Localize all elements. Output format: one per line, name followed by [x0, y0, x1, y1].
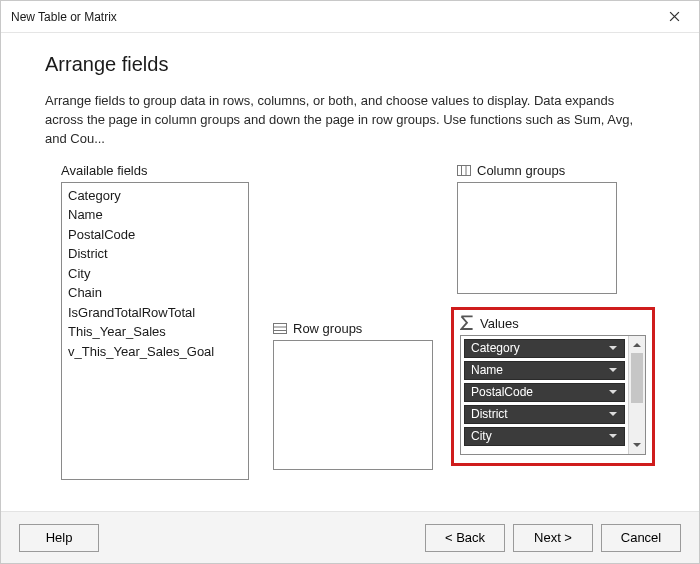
- table-columns-icon: [457, 165, 471, 176]
- footer-right-buttons: < Back Next > Cancel: [425, 524, 681, 552]
- chevron-down-icon: [609, 434, 617, 439]
- list-item[interactable]: v_This_Year_Sales_Goal: [62, 342, 248, 362]
- chevron-down-icon: [609, 412, 617, 417]
- scroll-thumb[interactable]: [631, 353, 643, 403]
- cancel-button[interactable]: Cancel: [601, 524, 681, 552]
- close-icon: [669, 11, 680, 22]
- value-item-label: District: [471, 407, 508, 421]
- list-item[interactable]: Name: [62, 205, 248, 225]
- window-title: New Table or Matrix: [11, 10, 117, 24]
- value-item[interactable]: PostalCode: [464, 383, 625, 402]
- column-groups-text: Column groups: [477, 163, 565, 178]
- value-item-dropdown[interactable]: [606, 407, 620, 421]
- titlebar: New Table or Matrix: [1, 1, 699, 33]
- value-item-dropdown[interactable]: [606, 385, 620, 399]
- table-rows-icon: [273, 323, 287, 334]
- list-item[interactable]: PostalCode: [62, 225, 248, 245]
- scroll-down-button[interactable]: [629, 437, 645, 454]
- list-item[interactable]: City: [62, 264, 248, 284]
- value-item-dropdown[interactable]: [606, 341, 620, 355]
- list-item[interactable]: This_Year_Sales: [62, 322, 248, 342]
- back-button[interactable]: < Back: [425, 524, 505, 552]
- chevron-down-icon: [633, 443, 641, 448]
- value-item-label: PostalCode: [471, 385, 533, 399]
- scroll-track[interactable]: [629, 353, 645, 437]
- value-item[interactable]: Category: [464, 339, 625, 358]
- next-button[interactable]: Next >: [513, 524, 593, 552]
- wizard-footer: Help < Back Next > Cancel: [1, 511, 699, 563]
- chevron-down-icon: [609, 368, 617, 373]
- row-groups-dropzone[interactable]: [273, 340, 433, 470]
- values-label: Values: [460, 316, 646, 331]
- available-fields-label: Available fields: [61, 163, 249, 178]
- svg-rect-0: [458, 165, 471, 175]
- chevron-up-icon: [633, 342, 641, 347]
- chevron-down-icon: [609, 346, 617, 351]
- chevron-down-icon: [609, 390, 617, 395]
- value-item[interactable]: Name: [464, 361, 625, 380]
- list-item[interactable]: District: [62, 244, 248, 264]
- values-text: Values: [480, 316, 519, 331]
- available-fields-list[interactable]: Category Name PostalCode District City C…: [61, 182, 249, 480]
- value-item[interactable]: District: [464, 405, 625, 424]
- row-groups-label: Row groups: [273, 321, 433, 336]
- row-groups-text: Row groups: [293, 321, 362, 336]
- value-item-label: Name: [471, 363, 503, 377]
- value-item[interactable]: City: [464, 427, 625, 446]
- fields-layout: Available fields Category Name PostalCod…: [45, 163, 655, 480]
- column-groups-section: Column groups: [457, 163, 617, 294]
- values-dropzone[interactable]: Category Name PostalCode: [460, 335, 646, 455]
- wizard-window: New Table or Matrix Arrange fields Arran…: [0, 0, 700, 564]
- step-title: Arrange fields: [45, 53, 655, 76]
- column-groups-label: Column groups: [457, 163, 617, 178]
- value-item-label: City: [471, 429, 492, 443]
- sigma-icon: [460, 318, 474, 329]
- values-scrollbar[interactable]: [628, 336, 645, 454]
- value-item-dropdown[interactable]: [606, 429, 620, 443]
- row-groups-section: Row groups: [273, 321, 433, 470]
- available-fields-section: Available fields Category Name PostalCod…: [61, 163, 249, 480]
- wizard-body: Arrange fields Arrange fields to group d…: [1, 33, 699, 511]
- list-item[interactable]: IsGrandTotalRowTotal: [62, 303, 248, 323]
- scroll-up-button[interactable]: [629, 336, 645, 353]
- list-item[interactable]: Chain: [62, 283, 248, 303]
- value-item-label: Category: [471, 341, 520, 355]
- groups-column: Column groups Row groups: [273, 163, 655, 480]
- value-item-dropdown[interactable]: [606, 363, 620, 377]
- values-list: Category Name PostalCode: [461, 336, 628, 454]
- help-button[interactable]: Help: [19, 524, 99, 552]
- step-description: Arrange fields to group data in rows, co…: [45, 92, 655, 149]
- values-section-highlight: Values Category Name: [451, 307, 655, 466]
- close-button[interactable]: [655, 4, 693, 30]
- column-groups-dropzone[interactable]: [457, 182, 617, 294]
- list-item[interactable]: Category: [62, 186, 248, 206]
- svg-rect-3: [274, 323, 287, 333]
